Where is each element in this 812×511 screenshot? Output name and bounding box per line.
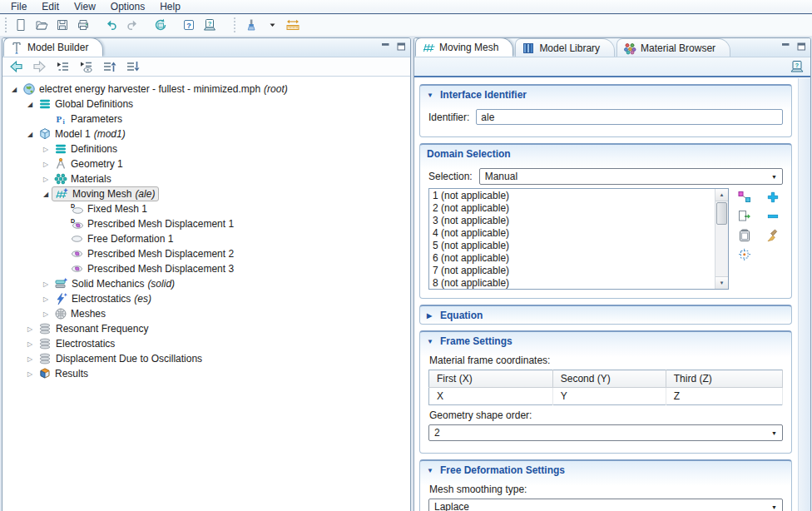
collapse-triangle-icon[interactable] — [427, 467, 437, 474]
maximize-icon[interactable] — [396, 42, 406, 51]
smoothing-combo[interactable]: Laplace — [428, 499, 783, 511]
tree-item-electret-energy-harvester-fullest-minimized-mph[interactable]: electret energy harvester - fullest - mi… — [20, 82, 292, 97]
tree-expander-icon[interactable] — [40, 310, 52, 318]
new-button[interactable] — [12, 16, 30, 34]
domain-list-item[interactable]: 7 (not applicable) — [430, 265, 714, 277]
tree-item-global-definitions[interactable]: Global Definitions — [36, 97, 137, 112]
tree-item-displacement-due-to-oscillations[interactable]: Displacement Due to Oscillations — [36, 351, 206, 366]
tree-expander-icon[interactable] — [40, 146, 52, 153]
identifier-input[interactable] — [476, 109, 783, 125]
zoom-to-selection-button[interactable] — [736, 246, 753, 263]
scroll-up-icon[interactable] — [715, 189, 728, 201]
open-button[interactable] — [32, 16, 51, 34]
domain-list-item[interactable]: 3 (not applicable) — [430, 215, 714, 227]
save-button[interactable] — [53, 16, 72, 34]
menu-edit[interactable]: Edit — [34, 0, 67, 13]
paste-selection-button[interactable] — [736, 208, 753, 225]
settings-scrollbar-gutter[interactable] — [798, 78, 810, 511]
table-cell[interactable]: X — [429, 388, 553, 405]
create-selection-button[interactable] — [736, 189, 753, 206]
tree-item-electrostatics[interactable]: Electrostatics — [36, 336, 119, 351]
tree-expander-icon[interactable] — [40, 161, 52, 168]
selection-combo[interactable]: Manual — [479, 168, 783, 185]
print-button[interactable] — [74, 16, 92, 34]
tree-item-fixed-mesh-1[interactable]: DFixed Mesh 1 — [67, 201, 151, 216]
tree-item-prescribed-mesh-displacement-2[interactable]: Prescribed Mesh Displacement 2 — [67, 246, 238, 261]
minimize-icon[interactable] — [780, 42, 790, 51]
menu-view[interactable]: View — [67, 0, 103, 13]
table-cell[interactable]: Y — [552, 388, 666, 405]
clear-selection-button[interactable] — [765, 227, 781, 244]
section-header-interface-identifier[interactable]: Interface Identifier — [420, 86, 791, 103]
tab-material-browser[interactable]: Material Browser — [616, 38, 730, 57]
maximize-icon[interactable] — [796, 42, 806, 51]
collapse-all-button[interactable] — [53, 58, 72, 75]
tab-model-library[interactable]: Model Library — [515, 38, 615, 57]
tree-expander-icon[interactable] — [8, 86, 20, 93]
tree-item-moving-mesh[interactable]: Moving Mesh(ale) — [52, 186, 159, 201]
move-up-button[interactable] — [100, 58, 118, 75]
tree-item-electrostatics[interactable]: Electrostatics(es) — [52, 291, 156, 306]
domain-list-item[interactable]: 5 (not applicable) — [430, 240, 714, 252]
collapse-triangle-icon[interactable] — [427, 338, 437, 345]
shape-order-combo[interactable]: 2 — [428, 424, 783, 441]
dropdown-caret-button[interactable] — [263, 16, 281, 34]
tree-expander-icon[interactable] — [40, 280, 52, 288]
forward-button[interactable] — [30, 58, 48, 75]
update-solution-button[interactable] — [151, 16, 170, 34]
tree-item-free-deformation-1[interactable]: Free Deformation 1 — [67, 231, 177, 246]
table-cell[interactable]: Z — [666, 388, 782, 405]
menu-help[interactable]: Help — [152, 0, 188, 13]
domain-list-item[interactable]: 6 (not applicable) — [430, 252, 714, 265]
section-header-free-deformation-settings[interactable]: Free Deformation Settings — [420, 461, 791, 479]
measure-button[interactable] — [284, 16, 302, 34]
tree-expander-icon[interactable] — [24, 131, 36, 138]
copy-selection-button[interactable] — [736, 227, 753, 244]
tree-item-definitions[interactable]: Definitions — [52, 141, 121, 156]
tab-model-builder[interactable]: Model Builder — [3, 37, 103, 57]
scrollbar-thumb[interactable] — [716, 202, 727, 225]
brush-button[interactable] — [242, 16, 260, 34]
back-button[interactable] — [7, 58, 25, 75]
section-header-equation[interactable]: Equation — [420, 306, 791, 324]
menu-options[interactable]: Options — [103, 0, 152, 13]
toolbar-drag-handle[interactable] — [5, 17, 8, 32]
remove-from-selection-button[interactable] — [765, 208, 781, 225]
add-to-selection-button[interactable] — [765, 189, 781, 206]
minimize-icon[interactable] — [380, 42, 390, 51]
tree-expander-icon[interactable] — [24, 340, 36, 348]
redo-button[interactable] — [123, 16, 141, 34]
domain-list-item[interactable]: 8 (not applicable) — [430, 277, 714, 290]
domain-list-item[interactable]: 4 (not applicable) — [430, 227, 714, 240]
tree-expander-icon[interactable] — [40, 191, 52, 198]
collapse-triangle-icon[interactable] — [427, 92, 437, 99]
domain-list-item[interactable]: 1 (not applicable) — [430, 190, 714, 202]
menu-file[interactable]: File — [3, 0, 34, 13]
tree-expander-icon[interactable] — [24, 101, 36, 108]
tree-item-geometry-1[interactable]: Geometry 1 — [52, 156, 127, 171]
tree-expander-icon[interactable] — [40, 176, 52, 183]
tree-expander-icon[interactable] — [24, 355, 36, 363]
section-header-frame-settings[interactable]: Frame Settings — [420, 332, 791, 350]
tree-expander-icon[interactable] — [40, 295, 52, 303]
scroll-down-icon[interactable] — [715, 276, 728, 289]
tree-item-solid-mechanics[interactable]: Solid Mechanics(solid) — [52, 276, 179, 291]
tree-item-results[interactable]: Results — [36, 366, 92, 381]
tree-expander-icon[interactable] — [24, 370, 36, 378]
help-laptop-icon[interactable]: ? — [788, 58, 806, 75]
help-button[interactable]: ? — [180, 16, 198, 34]
show-button[interactable] — [77, 58, 95, 75]
tree-item-parameters[interactable]: PiParameters — [52, 112, 126, 127]
listbox-scrollbar[interactable] — [715, 189, 728, 289]
tree-item-prescribed-mesh-displacement-1[interactable]: DPrescribed Mesh Displacement 1 — [67, 216, 238, 231]
tree-expander-icon[interactable] — [24, 325, 36, 333]
undo-button[interactable] — [102, 16, 121, 34]
tab-moving-mesh[interactable]: Moving Mesh — [415, 37, 513, 57]
documentation-button[interactable]: ? — [201, 16, 219, 34]
tree-item-materials[interactable]: Materials — [52, 171, 116, 186]
tree-item-model-1[interactable]: Model 1(mod1) — [36, 127, 130, 141]
collapse-triangle-icon[interactable] — [427, 312, 437, 320]
domain-list-item[interactable]: 2 (not applicable) — [430, 202, 714, 215]
tree-item-prescribed-mesh-displacement-3[interactable]: Prescribed Mesh Displacement 3 — [67, 261, 238, 276]
move-down-button[interactable] — [123, 58, 141, 75]
